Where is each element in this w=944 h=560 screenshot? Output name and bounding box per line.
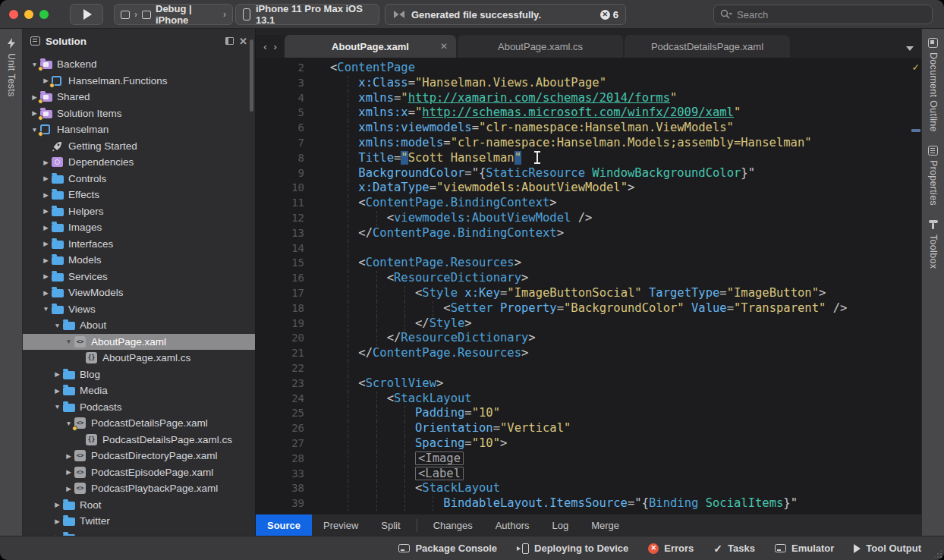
sidebar-item-services[interactable]: ▶Services: [23, 269, 255, 285]
chevron-right-icon[interactable]: ▶: [40, 289, 52, 297]
status-check-icon[interactable]: ✓: [913, 61, 919, 73]
code-line[interactable]: 3 x:Class="Hanselman.Views.AboutPage": [256, 76, 909, 91]
zoom-window-button[interactable]: [39, 10, 49, 19]
dock-item-properties[interactable]: Properties: [928, 146, 939, 206]
sidebar-item-twitter[interactable]: ▶Twitter: [23, 513, 255, 530]
code-line[interactable]: 17 <Style x:Key="ImageButtonSocial" Targ…: [256, 286, 909, 301]
sidebar-item-getting-started[interactable]: Getting Started: [23, 138, 255, 155]
sidebar-item-aboutpage-xaml[interactable]: ▼<>AboutPage.xaml: [23, 334, 255, 351]
code-line[interactable]: 27 Spacing="10">: [256, 436, 909, 451]
code-line[interactable]: 18 <Setter Property="BackgroundColor" Va…: [256, 301, 909, 316]
code-line[interactable]: 15 <ContentPage.Resources>: [256, 256, 909, 271]
error-badge[interactable]: ✕ 6: [600, 9, 618, 20]
sidebar-item-podcastdetailspage-xaml[interactable]: ▼<>PodcastDetailsPage.xaml: [23, 415, 255, 432]
sidebar-item-blog[interactable]: ▶Blog: [23, 367, 255, 383]
code-line[interactable]: 39 BindableLayout.ItemsSource="{Binding …: [256, 496, 909, 511]
code-line[interactable]: 16 <ResourceDictionary>: [256, 271, 909, 286]
build-configuration-selector[interactable]: › Debug | iPhone ›: [114, 4, 233, 25]
navigate-back-icon[interactable]: ‹: [263, 41, 266, 52]
close-tab-icon[interactable]: ✕: [440, 41, 448, 52]
chevron-right-icon[interactable]: ▶: [40, 159, 52, 166]
sidebar-item-models[interactable]: ▶Models: [23, 252, 255, 269]
chevron-down-icon[interactable]: ▼: [52, 322, 63, 329]
sidebar-item-views[interactable]: ▼Views: [23, 301, 255, 318]
sidebar-item-effects[interactable]: ▶Effects: [23, 187, 255, 203]
statusbar-item-errors[interactable]: ✕Errors: [648, 543, 694, 554]
code-line[interactable]: 21 </ContentPage.Resources>: [256, 346, 909, 361]
resize-grip[interactable]: [934, 550, 942, 558]
view-tab-merge[interactable]: Merge: [580, 514, 631, 536]
tab-podcastdetailspage-xaml[interactable]: PodcastDetailsPage.xaml: [625, 35, 790, 58]
chevron-right-icon[interactable]: ▶: [40, 191, 52, 199]
chevron-down-icon[interactable]: ▼: [40, 305, 52, 313]
chevron-down-icon[interactable]: ▼: [52, 403, 63, 411]
chevron-right-icon[interactable]: ▶: [40, 272, 52, 280]
sidebar-item-images[interactable]: ▶Images: [23, 219, 255, 236]
sidebar-item-podcastepisodepage-xaml[interactable]: ▶<>PodcastEpisodePage.xaml: [23, 464, 255, 481]
chevron-right-icon[interactable]: ▶: [52, 501, 63, 508]
view-tab-source[interactable]: Source: [256, 514, 312, 536]
code-line[interactable]: 26 Orientation="Vertical": [256, 421, 909, 436]
sidebar-item-podcastdetailspage-xaml-cs[interactable]: {}PodcastDetailsPage.xaml.cs: [23, 432, 255, 448]
sidebar-item-controls[interactable]: ▶Controls: [23, 171, 255, 187]
code-line[interactable]: 13 </ContentPage.BindingContext>: [256, 226, 909, 241]
code-line[interactable]: 33 <Label: [256, 467, 909, 482]
code-line[interactable]: 11 <ContentPage.BindingContext>: [256, 196, 909, 211]
sidebar-item-root[interactable]: ▶Root: [23, 497, 255, 514]
view-tab-changes[interactable]: Changes: [422, 514, 484, 536]
statusbar-item-tasks[interactable]: ✓Tasks: [713, 543, 755, 555]
view-tab-split[interactable]: Split: [370, 514, 411, 536]
chevron-right-icon[interactable]: ▶: [40, 207, 52, 215]
device-selector[interactable]: iPhone 11 Pro Max iOS 13.1: [235, 4, 379, 25]
code-line[interactable]: 10 x:DataType="viewmodels:AboutViewModel…: [256, 181, 909, 196]
minimize-window-button[interactable]: [24, 10, 33, 19]
run-button[interactable]: [70, 4, 103, 25]
code-line[interactable]: 7 xmlns:models="clr-namespace:Hanselman.…: [256, 136, 909, 151]
code-line[interactable]: 9 BackgroundColor="{StaticResource Windo…: [256, 166, 909, 181]
sidebar-item-solution-items[interactable]: ▶Solution Items: [23, 105, 255, 122]
close-window-button[interactable]: [9, 10, 18, 19]
sidebar-item-hanselman-functions[interactable]: ▶Hanselman.Functions: [23, 73, 255, 90]
view-tab-preview[interactable]: Preview: [312, 514, 370, 536]
code-line[interactable]: 24 <StackLayout: [256, 392, 909, 407]
chevron-right-icon[interactable]: ▶: [52, 370, 63, 378]
sidebar-item-shared[interactable]: ▶Shared: [23, 89, 255, 105]
sidebar-item-interfaces[interactable]: ▶Interfaces: [23, 236, 255, 253]
sidebar-item-dependencies[interactable]: ▶Dependencies: [23, 154, 255, 171]
close-pad-icon[interactable]: ✕: [239, 36, 247, 46]
search-input[interactable]: Search: [713, 5, 933, 24]
sidebar-item-viewmodels[interactable]: ▶ViewModels: [23, 285, 255, 301]
sidebar-scrollbar[interactable]: [250, 39, 253, 112]
code-line[interactable]: 2<ContentPage: [256, 61, 909, 76]
sidebar-item-aboutpage-xaml-cs[interactable]: {}AboutPage.xaml.cs: [23, 350, 255, 367]
sidebar-item-clipped[interactable]: ▶: [23, 530, 255, 536]
sidebar-item-about[interactable]: ▼About: [23, 317, 255, 334]
navigate-forward-icon[interactable]: ›: [274, 41, 277, 52]
sidebar-item-podcastplaybackpage-xaml[interactable]: ▶<>PodcastPlaybackPage.xaml: [23, 480, 255, 497]
chevron-right-icon[interactable]: ▶: [40, 240, 52, 247]
code-line[interactable]: 5 xmlns:x="http://schemas.microsoft.com/…: [256, 105, 909, 121]
code-line[interactable]: 25 Padding="10": [256, 406, 909, 421]
code-line[interactable]: 6 xmlns:viewmodels="clr-namespace:Hansel…: [256, 121, 909, 136]
statusbar-item-deploying-to-device[interactable]: Deploying to Device: [517, 543, 628, 554]
sidebar-item-helpers[interactable]: ▶Helpers: [23, 203, 255, 220]
code-line[interactable]: 28 <Image: [256, 451, 909, 467]
tab-aboutpage-xaml-cs[interactable]: AboutPage.xaml.cs: [458, 35, 623, 58]
chevron-right-icon[interactable]: ▶: [40, 175, 52, 182]
code-line[interactable]: 12 <viewmodels:AboutViewModel />: [256, 211, 909, 226]
sidebar-item-podcasts[interactable]: ▼Podcasts: [23, 399, 255, 416]
sidebar-item-backend[interactable]: ▼Backend: [23, 56, 255, 73]
chevron-down-icon[interactable]: ▼: [63, 338, 74, 345]
tab-aboutpage-xaml[interactable]: AboutPage.xaml✕: [285, 35, 456, 58]
dock-item-document-outline[interactable]: Document Outline: [928, 38, 939, 132]
code-line[interactable]: 22: [256, 361, 909, 376]
code-line[interactable]: 38 <StackLayout: [256, 481, 909, 496]
sidebar-item-podcastdirectorypage-xaml[interactable]: ▶<>PodcastDirectoryPage.xaml: [23, 448, 255, 464]
code-line[interactable]: 23 <ScrollView>: [256, 376, 909, 392]
code-line[interactable]: 8 Title="Scott Hanselman": [256, 151, 909, 166]
chevron-right-icon[interactable]: ▶: [63, 452, 74, 460]
statusbar-item-package-console[interactable]: Package Console: [398, 543, 497, 554]
sidebar-item-media[interactable]: ▶Media: [23, 382, 255, 399]
statusbar-item-tool-output[interactable]: Tool Output: [854, 543, 921, 554]
sidebar-item-hanselman[interactable]: ▼Hanselman: [23, 121, 255, 138]
